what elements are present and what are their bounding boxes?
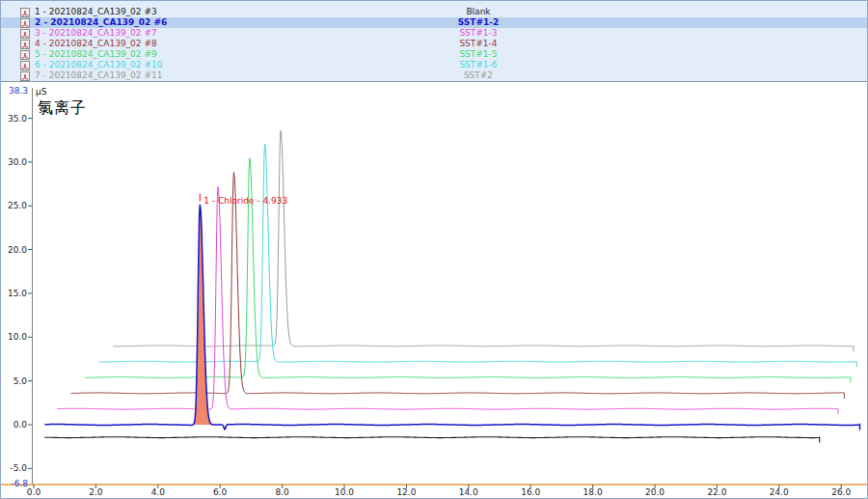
svg-text:35.0: 35.0 [8,114,27,124]
svg-text:25.0: 25.0 [8,201,27,210]
legend-sample-label: SST#1-4 [414,39,543,49]
trace-SST#1-2 [44,205,859,430]
svg-text:8.0: 8.0 [275,487,289,497]
chromatogram-icon [20,61,30,70]
peak-annotation: 1 - Chloride - 4.933 [200,194,287,206]
svg-text:16.0: 16.0 [521,487,540,497]
legend-sample-name: 4 - 20210824_CA139_02 #8 [35,39,157,49]
legend-sample-name: 3 - 20210824_CA139_02 #7 [35,28,157,39]
peak-label: 1 - Chloride - 4.933 [203,196,287,206]
trace-SST#2 [113,130,854,350]
svg-text:20.0: 20.0 [645,487,665,497]
svg-text:26.0: 26.0 [831,487,851,497]
svg-text:0.0: 0.0 [27,487,41,497]
legend-sample-label: SST#1-5 [414,49,543,60]
svg-text:18.0: 18.0 [583,487,603,497]
svg-text:15.0: 15.0 [8,289,27,298]
legend-row[interactable]: 2 - 20210824_CA139_02 #6SST#1-2 [1,17,867,28]
chromatogram-window: 1 - 20210824_CA139_02 #3Blank2 - 2021082… [0,0,868,499]
legend-sample-label: SST#2 [414,70,543,81]
chromatogram-icon [20,71,30,81]
svg-text:10.0: 10.0 [335,487,354,497]
legend-sample-label: SST#1-3 [414,28,543,39]
svg-text:2.0: 2.0 [89,487,103,497]
svg-text:0.0: 0.0 [14,420,28,430]
chromatogram-icon [20,8,30,17]
svg-text:-5.0: -5.0 [10,463,27,473]
legend-row[interactable]: 4 - 20210824_CA139_02 #8SST#1-4 [1,39,867,49]
sample-legend: 1 - 20210824_CA139_02 #3Blank2 - 2021082… [1,1,867,82]
legend-sample-name: 2 - 20210824_CA139_02 #6 [35,17,167,28]
chromatogram-icon [20,29,30,39]
legend-row[interactable]: 1 - 20210824_CA139_02 #3Blank [1,7,867,17]
chromatogram-icon [20,40,30,49]
legend-sample-name: 1 - 20210824_CA139_02 #3 [35,7,157,17]
trace-SST#1-6 [99,144,857,367]
svg-text:6.0: 6.0 [213,487,228,497]
legend-row[interactable]: 7 - 20210824_CA139_02 #11SST#2 [1,70,867,81]
legend-row[interactable]: 3 - 20210824_CA139_02 #7SST#1-3 [1,28,867,39]
svg-text:38.3: 38.3 [9,86,28,96]
legend-sample-name: 6 - 20210824_CA139_02 #10 [35,60,162,70]
svg-text:14.0: 14.0 [459,487,478,497]
legend-sample-label: SST#1-6 [414,60,543,70]
svg-text:5.0: 5.0 [14,376,28,386]
traces [44,130,859,442]
svg-text:24.0: 24.0 [770,487,789,497]
trace-SST#1-4 [71,172,845,398]
svg-text:-6.8: -6.8 [11,479,28,488]
svg-text:12.0: 12.0 [396,487,416,497]
svg-text:4.0: 4.0 [151,487,166,497]
axes: -5.00.05.010.015.020.025.030.035.038.3-6… [1,86,867,497]
trace-Blank [44,437,819,443]
legend-sample-label: SST#1-2 [414,17,543,28]
legend-sample-label: Blank [414,7,543,17]
svg-text:30.0: 30.0 [8,157,27,167]
chromatogram-icon [20,50,30,60]
legend-row[interactable]: 6 - 20210824_CA139_02 #10SST#1-6 [1,60,867,70]
svg-text:10.0: 10.0 [8,332,27,342]
trace-SST#1-3 [57,187,838,414]
svg-text:20.0: 20.0 [8,245,27,255]
legend-sample-name: 7 - 20210824_CA139_02 #11 [35,70,162,81]
svg-text:22.0: 22.0 [707,487,726,497]
chromatogram-icon [20,18,30,28]
chromatogram-plot[interactable]: -5.00.05.010.015.020.025.030.035.038.3-6… [1,83,867,499]
legend-row[interactable]: 5 - 20210824_CA139_02 #9SST#1-5 [1,49,867,60]
legend-sample-name: 5 - 20210824_CA139_02 #9 [35,49,157,60]
